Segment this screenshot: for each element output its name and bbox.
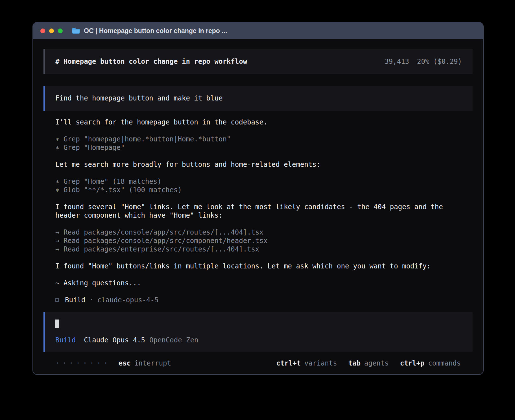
shortcut-label: interrupt	[134, 359, 171, 368]
tool-call-line: ∗ Glob "**/*.tsx" (100 matches)	[55, 186, 461, 194]
assistant-message: Let me search more broadly for buttons a…	[55, 160, 461, 169]
shortcut-interrupt: esc interrupt	[119, 359, 171, 368]
text-cursor	[55, 320, 59, 328]
tool-call-group: → Read packages/console/app/src/routes/[…	[55, 228, 461, 253]
token-count: 39,413	[385, 57, 409, 66]
agent-icon	[55, 298, 59, 302]
agent-name: Build	[65, 296, 85, 304]
folder-icon	[72, 27, 80, 34]
window-title: OC | Homepage button color change in rep…	[84, 27, 227, 35]
shortcut-label: commands	[428, 359, 461, 368]
shortcut-commands: ctrl+p commands	[400, 359, 461, 368]
tool-call-line: ∗ Grep "Homepage"	[55, 143, 461, 152]
tool-call-line: → Read packages/enterprise/src/routes/[.…	[55, 245, 461, 253]
window-controls	[40, 29, 63, 33]
shortcut-agents: tab agents	[348, 359, 389, 368]
tool-call-line: ∗ Grep "homepage|home.*button|Home.*butt…	[55, 135, 461, 143]
minimize-button[interactable]	[49, 29, 54, 33]
input-model-label[interactable]: Claude Opus 4.5	[84, 336, 145, 344]
assistant-message: I found several "Home" links. Let me loo…	[55, 203, 461, 220]
input-agent-label[interactable]: Build	[55, 336, 76, 344]
shortcut-key: esc	[119, 359, 131, 368]
tool-call-group: ∗ Grep "Home" (18 matches) ∗ Glob "**/*.…	[55, 177, 461, 194]
session-header: # Homepage button color change in repo w…	[43, 49, 473, 74]
shortcut-key: tab	[348, 359, 361, 368]
assistant-message: I'll search for the homepage button in t…	[55, 118, 461, 126]
agent-separator: ·	[89, 296, 93, 304]
session-meta: 39,413 20% ($0.29)	[385, 57, 462, 66]
agent-model: claude-opus-4-5	[97, 296, 159, 304]
terminal-window: OC | Homepage button color change in rep…	[32, 22, 484, 375]
user-message: Find the homepage button and make it blu…	[43, 86, 473, 111]
assistant-message: I found "Home" buttons/links in multiple…	[55, 262, 461, 270]
context-usage: 20% ($0.29)	[417, 57, 462, 66]
zoom-button[interactable]	[58, 29, 63, 33]
shortcut-label: agents	[364, 359, 389, 368]
shortcut-label: variants	[304, 359, 337, 368]
close-button[interactable]	[40, 29, 45, 33]
prompt-input[interactable]: Build Claude Opus 4.5 OpenCode Zen	[43, 312, 473, 352]
tool-call-line: ∗ Grep "Home" (18 matches)	[55, 177, 461, 186]
shortcut-variants: ctrl+t variants	[276, 359, 337, 368]
assistant-transcript: I'll search for the homepage button in t…	[43, 118, 473, 304]
window-titlebar: OC | Homepage button color change in rep…	[33, 23, 483, 39]
shortcut-key: ctrl+t	[276, 359, 301, 368]
titlebar-title-group: OC | Homepage button color change in rep…	[72, 27, 227, 35]
tool-call-group: ∗ Grep "homepage|home.*button|Home.*butt…	[55, 135, 461, 152]
status-bar: ········ esc interrupt ctrl+t variants t…	[43, 359, 473, 368]
shortcut-key: ctrl+p	[400, 359, 425, 368]
session-title: # Homepage button color change in repo w…	[55, 57, 247, 66]
activity-dots: ········	[55, 359, 111, 368]
tool-call-line: → Read packages/console/app/src/routes/[…	[55, 228, 461, 237]
input-provider-label: OpenCode Zen	[149, 336, 198, 344]
working-status: ~ Asking questions...	[55, 279, 461, 287]
agent-status-line: Build · claude-opus-4-5	[55, 296, 461, 304]
tool-call-line: → Read packages/console/app/src/componen…	[55, 237, 461, 245]
terminal-content: # Homepage button color change in repo w…	[33, 39, 483, 368]
shortcut-group: ctrl+t variants tab agents ctrl+p comman…	[276, 359, 461, 368]
input-footer: Build Claude Opus 4.5 OpenCode Zen	[55, 336, 462, 344]
user-message-text: Find the homepage button and make it blu…	[55, 94, 222, 102]
